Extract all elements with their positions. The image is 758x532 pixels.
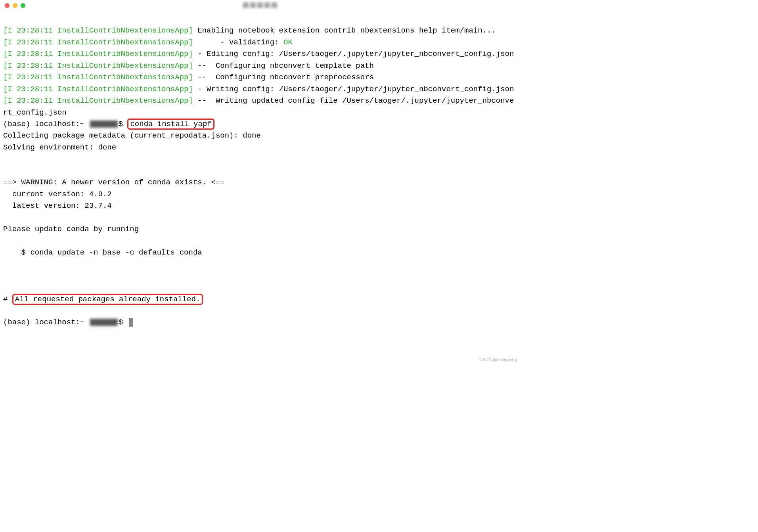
window-controls [5,3,25,8]
prompt-dollar: $ [119,120,128,128]
close-window-button[interactable] [5,3,10,8]
current-version: current version: 4.9.2 [3,190,112,199]
username-blurred [90,319,118,326]
log-prefix: [I 23:28:11 InstallContribNbextensionsAp… [3,85,193,94]
username-blurred [90,121,118,128]
log-prefix: [I 23:28:11 InstallContribNbextensionsAp… [3,26,193,35]
prompt-prefix: (base) localhost:~ [3,120,89,128]
maximize-window-button[interactable] [21,3,25,8]
watermark: CSDN @xtkinglong [479,356,517,363]
log-line-3: - Editing config: /Users/taoger/.jupyter… [193,50,514,58]
log-line-5: -- Configuring nbconvert preprocessors [193,73,374,82]
solving-line: Solving environment: done [3,143,116,152]
collecting-line: Collecting package metadata (current_rep… [3,131,261,140]
log-line-2: - Validating: [193,38,283,47]
latest-version: latest version: 23.7.4 [3,201,112,210]
log-prefix: [I 23:28:11 InstallContribNbextensionsAp… [3,50,193,58]
update-command: $ conda update -n base -c defaults conda [3,248,202,257]
terminal-output[interactable]: [I 23:28:11 InstallContribNbextensionsAp… [0,0,520,332]
hash-prefix: # [3,295,12,304]
log-prefix: [I 23:28:11 InstallContribNbextensionsAp… [3,38,193,47]
prompt-dollar: $ [119,318,128,327]
prompt-prefix: (base) localhost:~ [3,318,89,327]
command-text: conda install yapf [130,120,211,128]
log-prefix: [I 23:28:11 InstallContribNbextensionsAp… [3,61,193,70]
please-update: Please update conda by running [3,225,139,233]
log-line-6: - Writing config: /Users/taoger/.jupyter… [193,85,514,94]
installed-highlight: All requested packages already installed… [12,294,203,305]
log-line-1: Enabling notebook extension contrib_nbex… [193,26,496,35]
window-title-blurred [243,2,277,8]
log-prefix: [I 23:28:11 InstallContribNbextensionsAp… [3,96,193,105]
validating-ok: OK [283,38,293,47]
command-highlight: conda install yapf [127,119,214,130]
log-line-4: -- Configuring nbconvert template path [193,61,374,70]
log-prefix: [I 23:28:11 InstallContribNbextensionsAp… [3,73,193,82]
minimize-window-button[interactable] [13,3,17,8]
terminal-cursor [129,318,133,327]
warning-header: ==> WARNING: A newer version of conda ex… [3,178,225,187]
already-installed-text: All requested packages already installed… [15,295,200,304]
